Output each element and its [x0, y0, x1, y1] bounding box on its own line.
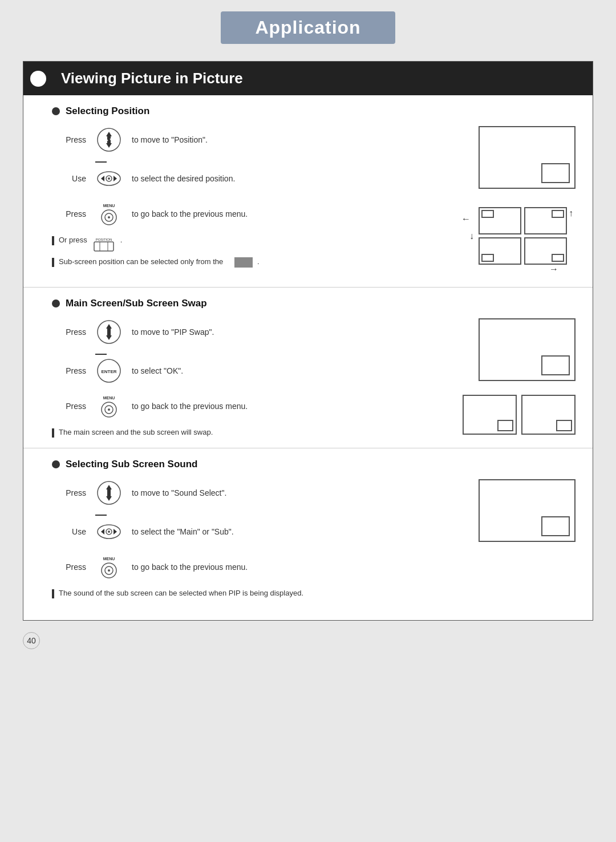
section-heading: Viewing Picture in Picture [61, 70, 243, 87]
up-down-button-icon: ▲▼ [95, 126, 123, 153]
swap-right-pip [556, 420, 572, 431]
svg-point-27 [108, 408, 110, 411]
swap-label-3: Press [52, 402, 86, 411]
label-use-1: Use [52, 174, 86, 183]
svg-rect-15 [94, 242, 114, 251]
pip-bl [481, 254, 494, 262]
note-bar-icon [52, 236, 54, 245]
svg-text:MENU: MENU [103, 204, 115, 208]
svg-point-9 [108, 177, 110, 180]
svg-text:POSITION: POSITION [96, 238, 112, 241]
left-right-btn-2 [95, 518, 123, 545]
text-3: to go back to the previous menu. [132, 209, 248, 218]
pip-tl [481, 210, 494, 218]
instructions-left-position: Press ▲▼ to move to "Position". [52, 126, 433, 277]
subsection-title-position: Selecting Position [52, 106, 576, 117]
bullet-icon-3 [52, 460, 60, 468]
svg-text:MENU: MENU [103, 396, 115, 400]
sound-text-2: to select the "Main" or "Sub". [132, 527, 234, 536]
instructions-left-swap: Press to move to "PIP Swap". Press [52, 318, 433, 438]
position-grid [479, 207, 567, 265]
swap-text-2: to select "OK". [132, 366, 183, 375]
swap-block: Main Screen/Sub Screen Swap Press t [23, 288, 593, 448]
svg-point-13 [108, 216, 110, 218]
swap-label-2: Press [52, 366, 86, 375]
swap-pip-box [541, 355, 570, 375]
swap-label-1: Press [52, 327, 86, 337]
text-1: to move to "Position". [132, 135, 208, 144]
or-press-row: Or press POSITION . [52, 236, 433, 253]
svg-rect-31 [107, 489, 111, 496]
up-down-btn-2 [95, 318, 123, 346]
subsection-title-swap: Main Screen/Sub Screen Swap [52, 298, 576, 309]
pip-small-box [541, 163, 570, 183]
bullet-icon-2 [52, 299, 60, 307]
swap-text-1: to move to "PIP Swap". [132, 327, 214, 337]
swap-note-text: The main screen and the sub screen will … [59, 428, 213, 436]
menu-btn-2: MENU [95, 392, 123, 420]
swap-text-3: to go back to the previous menu. [132, 402, 248, 411]
grid-cell-tr [524, 207, 567, 234]
position-button-icon: POSITION [92, 236, 116, 253]
or-press-dot: . [120, 236, 123, 244]
sub-screen-note-text: Sub-screen position can be selected only… [59, 257, 223, 266]
swap-after-diagram [463, 395, 576, 435]
sound-diagram-area [450, 479, 576, 598]
swap-row-3: Press MENU to go back to the previous me… [52, 392, 433, 420]
sound-text-1: to move to "Sound Select". [132, 488, 226, 497]
note-bar-2-icon [52, 258, 54, 267]
swap-before-box [479, 318, 576, 381]
sound-row-2: Use to select the "Main" or "Sub". [52, 518, 433, 545]
pip-large-box [479, 126, 576, 189]
menu-button-icon-1: MENU [95, 200, 123, 228]
arrow-down-icon: ↓ [469, 231, 474, 241]
label-press-1: Press [52, 135, 86, 144]
sound-note-row: The sound of the sub screen can be selec… [52, 589, 433, 598]
svg-point-36 [108, 531, 110, 533]
sound-pip-box [479, 479, 576, 542]
instruction-row-1: Press ▲▼ to move to "Position". [52, 126, 433, 153]
sound-pip-small [541, 516, 570, 536]
section-header: Viewing Picture in Picture [23, 62, 593, 95]
sound-text-3: to go back to the previous menu. [132, 562, 248, 572]
selecting-position-block: Selecting Position Press ▲▼ [23, 95, 593, 288]
note-bar-4-icon [52, 589, 54, 598]
arrow-up-icon: ↑ [569, 208, 573, 218]
svg-text:ENTER: ENTER [101, 369, 116, 374]
sound-label-3: Press [52, 562, 86, 572]
swap-left-pip [497, 420, 513, 431]
svg-point-40 [108, 569, 110, 572]
menu-btn-3: MENU [95, 553, 123, 581]
swap-diagram-area [450, 318, 576, 438]
svg-text:▲▼: ▲▼ [105, 137, 113, 141]
page-number: 40 [23, 632, 40, 649]
grid-cell-br [524, 237, 567, 265]
arrow-right-icon: → [549, 264, 558, 274]
arrow-left-icon: ← [461, 214, 471, 224]
header-circle-icon [30, 71, 46, 87]
svg-rect-21 [107, 329, 111, 335]
swap-row-2: Press ENTER to select "OK". [52, 357, 433, 384]
grid-cell-bl [479, 237, 521, 265]
text-2: to select the desired position. [132, 174, 235, 183]
main-card: Viewing Picture in Picture Selecting Pos… [23, 61, 593, 621]
left-right-button-icon [95, 165, 123, 192]
pip-br [552, 254, 564, 262]
sound-label-1: Press [52, 488, 86, 497]
instruction-area-swap: Press to move to "PIP Swap". Press [52, 318, 576, 438]
grid-cell-tl [479, 207, 521, 234]
dash-1 [95, 161, 107, 163]
sound-note-text: The sound of the sub screen can be selec… [59, 589, 303, 597]
pip-tr [552, 210, 564, 218]
page-title-wrapper: Application [23, 11, 593, 44]
swap-left-box [463, 395, 517, 435]
position-diagram: ← ↓ ↑ → [450, 126, 576, 277]
up-down-btn-3 [95, 479, 123, 507]
instructions-left-sound: Press to move to "Sound Select". Us [52, 479, 433, 598]
instruction-row-3: Press MENU to go back to the previous me… [52, 200, 433, 228]
sound-row-1: Press to move to "Sound Select". [52, 479, 433, 507]
dash-3 [95, 515, 107, 516]
label-press-2: Press [52, 209, 86, 218]
svg-text:MENU: MENU [103, 557, 115, 561]
swap-right-box [521, 395, 576, 435]
